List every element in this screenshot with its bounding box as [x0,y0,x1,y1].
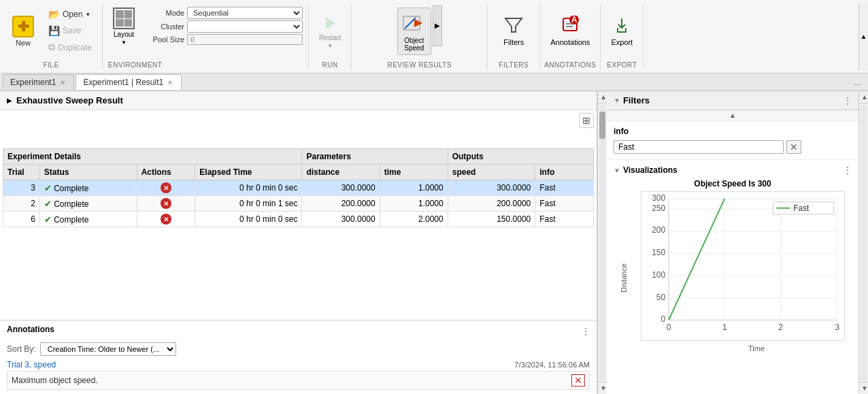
environment-group-label: ENVIRONMENT [108,61,162,69]
table-area: ⊞ Experiment Details Parameters Outputs … [0,110,597,320]
save-button[interactable]: 💾 Save [44,23,97,38]
action-delete[interactable]: ✕ [161,198,171,209]
open-dropdown-arrow[interactable]: ▼ [85,12,90,18]
annotation-item: Trial 3, speed 7/3/2024, 11:56:06 AM Max… [7,360,590,390]
restart-container: Restart ▼ [314,10,346,52]
export-button[interactable]: Export [606,12,637,50]
svg-marker-3 [505,18,522,32]
cell-time: 1.0000 [380,180,448,196]
svg-text:100: 100 [652,270,665,280]
restart-arrow[interactable]: ▼ [327,43,333,49]
restart-button[interactable]: Restart ▼ [314,10,346,52]
right-scroll-down-arrow[interactable]: ▼ [859,382,868,394]
layout-button[interactable]: Layout ▼ [108,4,139,49]
cell-actions: ✕ [137,180,195,196]
grid-toggle[interactable]: ⊞ [579,113,594,128]
scroll-up-arrow[interactable]: ▲ [598,91,607,103]
right-scroll-track [861,105,867,380]
table-row[interactable]: 3 ✔ Complete ✕ 0 hr 0 min 0 sec 300.0000… [3,180,594,196]
cell-elapsed: 0 hr 0 min 1 sec [195,196,302,212]
table-row[interactable]: 2 ✔ Complete ✕ 0 hr 0 min 1 sec 200.0000… [3,196,594,212]
filter-section-header: info [614,127,852,136]
annotations-icon: A [561,16,580,37]
info-filter-input[interactable] [614,140,784,154]
scroll-down-arrow[interactable]: ▼ [598,382,607,394]
tab-experiment1[interactable]: Experiment1 ✕ [3,74,74,90]
execution-group-label: RUN [322,61,338,69]
mode-select[interactable]: Sequential [187,7,303,19]
duplicate-button[interactable]: ⧉ Duplicate [44,39,97,55]
review-expand-arrow[interactable]: ▶ [433,5,442,57]
scroll-thumb[interactable] [599,112,605,139]
viz-more[interactable]: ⋮ [844,165,852,175]
annotation-item-header: Trial 3, speed 7/3/2024, 11:56:06 AM [7,360,590,370]
annotations-more[interactable]: ⋮ [582,327,590,336]
tab2-close[interactable]: ✕ [166,79,174,86]
cell-distance: 300.0000 [302,212,380,227]
tab1-close[interactable]: ✕ [59,79,67,86]
tab-more[interactable]: ... [850,76,865,88]
cell-actions: ✕ [137,212,195,227]
execution-group: Restart ▼ RUN [309,3,352,70]
file-group-label: FILE [43,61,59,69]
viz-arrow: ▼ [614,167,620,174]
filters-button[interactable]: Filters [493,12,534,50]
filters-group-label: FILTERS [499,61,529,69]
cell-trial: 2 [3,196,40,212]
sort-select[interactable]: Creation Time: Older to Newer (... [40,342,176,356]
col-trial-header: Trial [3,165,40,180]
annotations-panel: Annotations ⋮ Sort By: Creation Time: Ol… [0,320,597,394]
pool-size-input[interactable] [187,34,303,45]
new-button[interactable]: ✚ New [5,13,41,50]
export-group: Export EXPORT [601,3,644,70]
col-info-header: info [535,165,594,180]
annotation-link[interactable]: Trial 3, speed [7,360,56,370]
filter-clear-button[interactable]: ✕ [786,140,801,154]
pool-size-label: Pool Size [144,35,184,44]
layout-label: Layout [114,31,134,38]
review-results-group-label: REVIEW RESULTS [387,61,452,69]
svg-text:50: 50 [656,293,666,302]
col-speed-header: speed [448,165,535,180]
annotations-button[interactable]: A Annotations [546,12,595,50]
right-scrollbar: ▲ ▼ [858,91,868,394]
open-button[interactable]: 📂 Open ▼ [44,7,97,22]
table-row[interactable]: 6 ✔ Complete ✕ 0 hr 0 min 0 sec 300.0000… [3,212,594,227]
visualizations-section: ▼ Visualizations ⋮ Object Speed Is 300 D… [607,160,858,394]
tab-bar: Experiment1 ✕ Experiment1 | Result1 ✕ ..… [0,73,868,91]
filters-label: Filters [503,38,524,46]
layout-arrow[interactable]: ▼ [121,39,127,46]
tab-experiment1-result1[interactable]: Experiment1 | Result1 ✕ [76,74,182,90]
review-results-group: ObjectSpeed ▶ REVIEW RESULTS [352,3,488,70]
save-icon: 💾 [48,25,60,36]
left-panel: ▶ Exhaustive Sweep Result ⊞ Experiment D… [0,91,597,394]
section-header[interactable]: ▶ Exhaustive Sweep Result [0,91,597,110]
cell-time: 1.0000 [380,196,448,212]
filter-icon [504,16,523,37]
annotation-close-button[interactable]: ✕ [571,374,585,387]
new-label: New [16,39,31,47]
outputs-header: Outputs [448,149,593,165]
toolbar-expand-arrow[interactable]: ▲ [858,3,868,70]
right-scroll-up[interactable]: ▲ [607,110,858,121]
object-speed-button[interactable]: ObjectSpeed [397,7,431,55]
cell-status: ✔ Complete [39,180,137,196]
cell-trial: 6 [3,212,40,227]
experiment-details-header: Experiment Details [3,149,302,165]
restart-icon [320,14,339,33]
annotation-note-text: Maximum object speed. [12,376,98,385]
filters-panel-more[interactable]: ⋮ [844,96,852,105]
right-scroll-up-arrow[interactable]: ▲ [859,91,868,103]
cell-actions: ✕ [137,196,195,212]
info-filter-section: info ✕ [607,121,858,160]
svg-text:0: 0 [661,314,665,324]
filters-panel-arrow[interactable]: ▼ [614,97,620,104]
mode-row: Mode Sequential [144,7,303,19]
cluster-select[interactable] [187,20,303,33]
action-delete[interactable]: ✕ [161,182,171,193]
cell-elapsed: 0 hr 0 min 0 sec [195,212,302,227]
action-delete[interactable]: ✕ [161,214,171,225]
layout-icon [113,7,135,29]
col-time-header: time [380,165,448,180]
open-label: Open [63,10,82,19]
